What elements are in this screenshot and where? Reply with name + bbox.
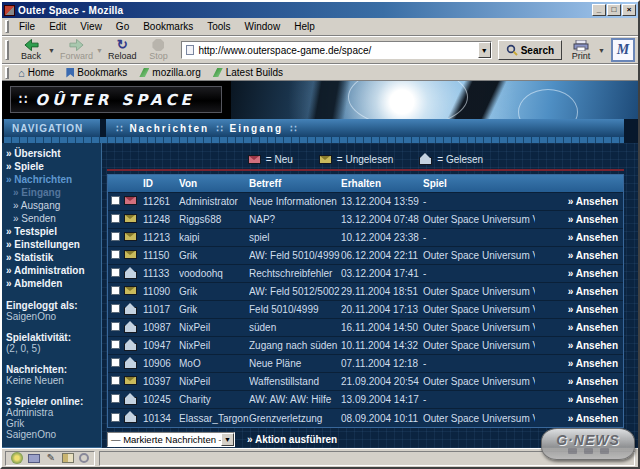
ansehen-link[interactable]: » Ansehen: [535, 304, 623, 315]
mozilla-throbber-icon[interactable]: M: [611, 38, 635, 62]
ansehen-link[interactable]: » Ansehen: [535, 196, 623, 207]
sidebar-item[interactable]: » Eingang: [6, 186, 101, 199]
menu-item[interactable]: View: [73, 19, 109, 34]
personal-toolbar-item[interactable]: mozilla.org: [133, 66, 206, 80]
toolbar-grippy[interactable]: [5, 40, 9, 59]
menu-item[interactable]: Edit: [42, 19, 73, 34]
minimize-button[interactable]: _: [592, 4, 606, 16]
menu-item[interactable]: File: [12, 19, 42, 34]
personal-toolbar-item[interactable]: Home: [12, 66, 60, 80]
back-button[interactable]: Back: [14, 37, 48, 63]
ansehen-link[interactable]: » Ansehen: [535, 413, 623, 424]
breadcrumb-item-eingang[interactable]: Eingang: [230, 123, 283, 134]
ansehen-link[interactable]: » Ansehen: [535, 340, 623, 351]
stop-button[interactable]: Stop: [141, 37, 175, 63]
menu-item[interactable]: Tools: [200, 19, 237, 34]
url-input[interactable]: [198, 43, 477, 57]
message-action-select[interactable]: — Markierte Nachrichten — ▼: [107, 432, 235, 447]
back-dropdown-arrow[interactable]: ▼: [48, 47, 55, 54]
row-checkbox[interactable]: [111, 322, 120, 331]
row-checkbox[interactable]: [111, 268, 120, 277]
forward-dropdown-arrow[interactable]: ▼: [96, 47, 103, 54]
cell-von: Grik: [179, 250, 249, 261]
row-checkbox[interactable]: [111, 358, 120, 367]
url-history-dropdown[interactable]: ▼: [478, 42, 491, 58]
ansehen-link[interactable]: » Ansehen: [535, 214, 623, 225]
toolbar-grippy[interactable]: [5, 20, 9, 34]
personal-toolbar-item[interactable]: Latest Builds: [207, 66, 289, 80]
sidebar-item[interactable]: » Ausgang: [6, 199, 101, 212]
cell-id: 10397: [143, 376, 179, 387]
ansehen-link[interactable]: » Ansehen: [535, 376, 623, 387]
envelope-status-icon: [124, 232, 137, 241]
row-checkbox[interactable]: [111, 196, 120, 205]
reload-button[interactable]: ↻ Reload: [105, 37, 140, 63]
ansehen-link[interactable]: » Ansehen: [535, 232, 623, 243]
sidebar-item[interactable]: » Statistik: [6, 251, 101, 264]
execute-action-link[interactable]: » Aktion ausführen: [247, 434, 337, 445]
row-checkbox[interactable]: [111, 376, 120, 385]
composer-icon[interactable]: [45, 452, 57, 464]
row-checkbox[interactable]: [111, 214, 120, 223]
row-checkbox[interactable]: [111, 232, 120, 241]
table-row: 11090GrikAW: Feld 5012/500229.11.2004 18…: [108, 283, 623, 301]
breadcrumb-item-nachrichten[interactable]: Nachrichten: [129, 123, 209, 134]
sidebar-item[interactable]: » Testspiel: [6, 225, 101, 238]
sidebar-item[interactable]: » Einstellungen: [6, 238, 101, 251]
ansehen-link[interactable]: » Ansehen: [535, 268, 623, 279]
sidebar-item[interactable]: » Spiele: [6, 160, 101, 173]
mozilla-swoosh-icon: [213, 68, 223, 77]
table-row: 11133voodoohqRechtschreibfehler03.12.200…: [108, 265, 623, 283]
page-content: ∷ OÛTER SPACE NAVIGATION ∷ Nachrichten ∷…: [2, 81, 638, 448]
title-bar[interactable]: Outer Space - Mozilla _ □ ×: [2, 2, 638, 18]
cell-spiel: -: [423, 232, 535, 243]
menu-item[interactable]: Window: [238, 19, 288, 34]
search-button[interactable]: Search: [498, 40, 562, 60]
page-proxy-icon[interactable]: [186, 45, 194, 55]
sidebar-item[interactable]: » Übersicht: [6, 147, 101, 160]
toolbar-grippy[interactable]: [5, 67, 9, 79]
cell-von: voodoohq: [179, 268, 249, 279]
cell-spiel: -: [423, 394, 535, 405]
breadcrumb: ∷ Nachrichten ∷ Eingang ∷: [106, 119, 624, 137]
select-dropdown-arrow[interactable]: ▼: [221, 433, 234, 446]
sidebar-item[interactable]: » Abmelden: [6, 277, 101, 290]
back-arrow-icon: [24, 39, 39, 51]
sidebar-item[interactable]: » Senden: [6, 212, 101, 225]
sidebar-info: Eingeloggt als:SaigenOnoSpielaktivität:(…: [6, 300, 101, 440]
print-button[interactable]: Print: [564, 37, 598, 63]
menu-bar: FileEditViewGoBookmarksToolsWindowHelp: [2, 18, 638, 36]
navigator-icon[interactable]: [11, 452, 23, 464]
chat-icon[interactable]: [79, 453, 89, 463]
row-checkbox[interactable]: [111, 340, 120, 349]
sidebar-item[interactable]: » Nachrichten: [6, 173, 101, 186]
close-button[interactable]: ×: [622, 4, 636, 16]
ansehen-link[interactable]: » Ansehen: [535, 322, 623, 333]
ansehen-link[interactable]: » Ansehen: [535, 358, 623, 369]
menu-item[interactable]: Go: [109, 19, 136, 34]
ansehen-link[interactable]: » Ansehen: [535, 250, 623, 261]
row-checkbox[interactable]: [111, 250, 120, 259]
cell-erhalten: 10.11.2004 14:32: [341, 340, 423, 351]
menu-item[interactable]: Bookmarks: [136, 19, 200, 34]
mail-icon[interactable]: [28, 454, 40, 463]
addressbook-icon[interactable]: [62, 453, 74, 463]
forward-button[interactable]: Forward: [57, 37, 96, 63]
row-checkbox[interactable]: [111, 286, 120, 295]
menu-item[interactable]: Help: [287, 19, 322, 34]
sidebar-item[interactable]: » Administration: [6, 264, 101, 277]
personal-item-label: Home: [28, 67, 55, 78]
cell-von: Elassar_Targon: [179, 413, 249, 424]
ansehen-link[interactable]: » Ansehen: [535, 286, 623, 297]
row-checkbox[interactable]: [111, 304, 120, 313]
personal-toolbar-item[interactable]: Bookmarks: [60, 66, 133, 80]
navigation-toolbar: Back ▼ Forward ▼ ↻ Reload Stop ▼ Search …: [2, 36, 638, 64]
cell-id: 11150: [143, 250, 179, 261]
ansehen-link[interactable]: » Ansehen: [535, 394, 623, 405]
navigation-header: NAVIGATION: [4, 119, 100, 137]
row-checkbox[interactable]: [111, 413, 120, 422]
print-dropdown-arrow[interactable]: ▼: [598, 47, 605, 54]
row-checkbox[interactable]: [111, 394, 120, 403]
maximize-button[interactable]: □: [607, 4, 621, 16]
cell-id: 10134: [143, 413, 179, 424]
